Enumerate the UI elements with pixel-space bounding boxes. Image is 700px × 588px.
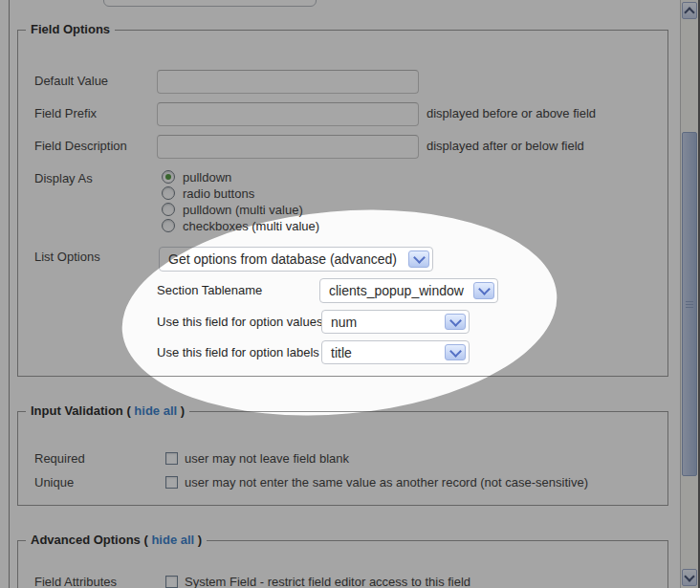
- option-values-label: Use this field for option values: [157, 315, 322, 330]
- vertical-scrollbar[interactable]: [680, 0, 698, 588]
- system-field-description: System Field - restrict field editor acc…: [185, 575, 470, 588]
- chevron-down-icon: [449, 345, 462, 358]
- radio-checkboxes-multi-label: checkboxes (multi value): [183, 219, 319, 233]
- radio-radio-buttons[interactable]: [162, 186, 175, 200]
- scroll-down-button[interactable]: [682, 569, 697, 586]
- section-tablename-label: Section Tablename: [157, 283, 262, 298]
- option-labels-select-button[interactable]: [445, 344, 466, 360]
- option-labels-select[interactable]: title: [321, 340, 470, 364]
- scroll-up-button[interactable]: [682, 2, 697, 19]
- option-values-select-value: num: [331, 315, 357, 330]
- field-prefix-label: Field Prefix: [34, 106, 97, 121]
- required-checkbox[interactable]: [165, 452, 178, 465]
- field-description-label: Field Description: [34, 139, 127, 154]
- chevron-up-icon: [684, 7, 694, 17]
- radio-checkboxes-multi[interactable]: [162, 219, 175, 232]
- input-validation-legend-suffix: ): [177, 403, 185, 418]
- option-labels-select-value: title: [331, 345, 352, 360]
- field-options-legend-text: Field Options: [31, 22, 110, 36]
- list-options-select[interactable]: Get options from database (advanced): [159, 247, 433, 272]
- scrollbar-thumb[interactable]: [682, 132, 697, 476]
- input-validation-legend: Input Validation ( hide all ): [26, 403, 189, 419]
- input-validation-group: Input Validation ( hide all ) Required u…: [17, 411, 668, 506]
- advanced-options-group: Advanced Options ( hide all ) Field Attr…: [17, 540, 668, 588]
- required-description: user may not leave field blank: [185, 451, 349, 467]
- option-labels-label: Use this field for option labels: [157, 345, 319, 360]
- field-editor-page: Field Options Default Value Field Prefix…: [0, 0, 700, 588]
- chevron-down-icon: [413, 251, 426, 264]
- unique-checkbox[interactable]: [165, 476, 178, 489]
- field-prefix-input[interactable]: [157, 102, 419, 126]
- chevron-down-icon: [684, 571, 694, 581]
- list-options-label: List Options: [34, 250, 100, 265]
- field-description-hint: displayed after or below field: [427, 139, 584, 154]
- advanced-options-legend-prefix: Advanced Options (: [31, 533, 151, 547]
- section-tablename-select-button[interactable]: [473, 282, 494, 299]
- window-left-border: [9, 0, 10, 588]
- option-values-select-button[interactable]: [445, 314, 466, 330]
- chevron-down-icon: [449, 315, 462, 327]
- field-options-legend: Field Options: [26, 22, 115, 37]
- display-as-label: Display As: [34, 171, 93, 186]
- option-values-select[interactable]: num: [321, 310, 470, 334]
- input-validation-legend-prefix: Input Validation (: [31, 403, 134, 418]
- default-value-input[interactable]: [157, 70, 419, 94]
- unique-label: Unique: [34, 475, 74, 490]
- field-options-group: Field Options Default Value Field Prefix…: [17, 30, 668, 377]
- advanced-options-legend: Advanced Options ( hide all ): [26, 533, 207, 548]
- radio-pulldown[interactable]: [162, 170, 175, 184]
- section-tablename-select[interactable]: clients_popup_window: [319, 278, 498, 303]
- radio-pulldown-multi-label: pulldown (multi value): [183, 203, 303, 217]
- list-options-select-value: Get options from database (advanced): [168, 251, 397, 267]
- list-options-select-button[interactable]: [408, 250, 429, 268]
- input-validation-hide-all-link[interactable]: hide all: [134, 403, 177, 418]
- section-tablename-select-value: clients_popup_window: [329, 283, 464, 298]
- advanced-options-hide-all-link[interactable]: hide all: [151, 533, 194, 547]
- required-label: Required: [34, 451, 85, 467]
- unique-description: user may not enter the same value as ano…: [185, 475, 588, 490]
- field-description-input[interactable]: [157, 135, 419, 159]
- cropped-field-top[interactable]: [103, 0, 317, 7]
- radio-pulldown-multi[interactable]: [162, 203, 175, 216]
- field-prefix-hint: displayed before or above field: [427, 106, 596, 121]
- chevron-down-icon: [478, 283, 491, 295]
- scrollbar-grip-icon: [686, 301, 693, 308]
- advanced-options-legend-suffix: ): [194, 533, 202, 547]
- radio-pulldown-label: pulldown: [183, 170, 231, 185]
- radio-radio-buttons-label: radio buttons: [183, 186, 254, 201]
- system-field-checkbox[interactable]: [165, 576, 178, 588]
- default-value-label: Default Value: [34, 74, 108, 89]
- field-attributes-label: Field Attributes: [34, 575, 117, 588]
